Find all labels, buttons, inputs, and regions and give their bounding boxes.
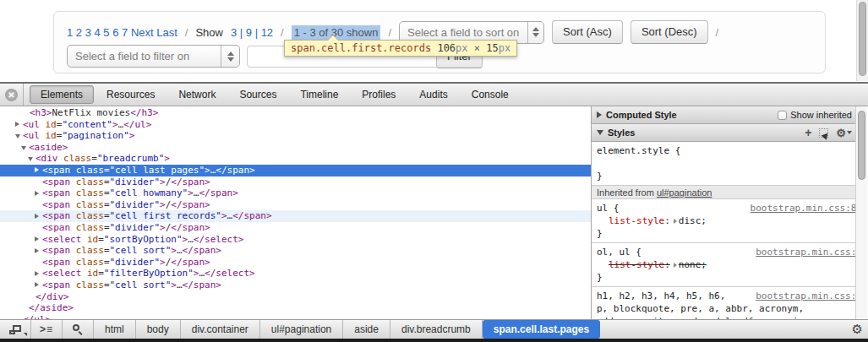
tree-node[interactable]: <ul id="pagination">	[0, 130, 591, 142]
collapsed-arrow-icon[interactable]	[35, 271, 39, 276]
tab-resources[interactable]: Resources	[96, 85, 166, 104]
tooltip-height: 15	[486, 42, 498, 54]
breadcrumb-aside[interactable]: aside	[343, 320, 390, 339]
add-rule-icon[interactable]: +	[805, 127, 811, 138]
tab-elements[interactable]: Elements	[30, 85, 94, 104]
style-property[interactable]: list-style:disc;	[597, 214, 862, 227]
styles-gear-icon[interactable]: ⚙	[836, 127, 852, 139]
toolbar-separator	[23, 84, 24, 106]
tree-node[interactable]: <span class="cell last pages">…</span>	[0, 165, 591, 176]
close-devtools-icon[interactable]: ✕	[5, 89, 18, 101]
tree-node[interactable]: <select id="filterByOption">…</select>	[0, 268, 591, 280]
collapsed-arrow-icon[interactable]	[35, 214, 39, 219]
rule-selector: p, blockquote, pre, a, abbr, acronym,	[597, 303, 804, 314]
collapsed-arrow-icon[interactable]	[35, 236, 39, 242]
breadcrumb-span-cell-last-pages[interactable]: span.cell.last.pages	[483, 320, 600, 339]
tree-node[interactable]: <h3>NetFlix movies</h3>	[0, 107, 591, 119]
computed-style-header[interactable]: Computed Style Show inherited	[592, 106, 867, 124]
page-number-links[interactable]: 1 2 3 4 5 6 7 Next Last	[67, 26, 177, 39]
stylesheet-link[interactable]: bootstrap.min.css:89	[751, 202, 862, 214]
show-console-icon: >≡	[40, 323, 53, 335]
tree-node[interactable]: <span class="cell first records">…</span…	[0, 210, 591, 222]
expand-shorthand-icon[interactable]	[674, 219, 677, 224]
expand-shorthand-icon[interactable]	[674, 263, 677, 268]
tree-node[interactable]: <span class="divider">/</span>	[0, 257, 591, 269]
collapsed-triangle-icon	[597, 111, 602, 118]
select-stepper-icon	[221, 46, 239, 67]
collapsed-arrow-icon[interactable]	[35, 191, 39, 196]
tab-network[interactable]: Network	[167, 85, 227, 104]
stylesheet-link[interactable]: bootstrap.min.css:4	[756, 246, 862, 258]
sort-desc-button[interactable]: Sort (Desc)	[631, 20, 708, 44]
tree-node[interactable]: <span class="divider">/</span>	[0, 222, 591, 234]
tree-node-text: <span class="divider">/</span>	[42, 257, 210, 268]
tree-node[interactable]: <select id="sortByOption">…</select>	[0, 234, 591, 246]
style-rule[interactable]: bootstrap.min.css:2h1, h2, h3, h4, h5, h…	[592, 287, 867, 319]
devtools-toolbar: ✕ ElementsResourcesNetworkSourcesTimelin…	[0, 82, 868, 106]
style-rule[interactable]: bootstrap.min.css:89ul {list-style:disc;…	[592, 199, 867, 243]
tree-node[interactable]: <ul id="content">…</ul>	[0, 119, 591, 131]
search-button[interactable]	[63, 320, 94, 339]
tree-node-text: <select id="sortByOption">…</select>	[42, 234, 243, 245]
tree-node[interactable]: <span class="divider">/</span>	[0, 199, 591, 211]
sort-asc-button[interactable]: Sort (Asc)	[552, 20, 623, 44]
collapsed-arrow-icon[interactable]	[35, 282, 39, 287]
elements-tree: <h3>NetFlix movies</h3><ul id="content">…	[0, 106, 592, 319]
rule-selector: ol, ul {	[597, 247, 641, 258]
collapsed-arrow-icon[interactable]	[15, 122, 19, 127]
tree-node[interactable]: <span class="cell sort">…</span>	[0, 245, 591, 257]
element-style-open: element.style {	[597, 144, 862, 157]
stylesheet-link[interactable]: bootstrap.min.css:2	[756, 290, 862, 302]
tab-sources[interactable]: Sources	[228, 85, 287, 104]
tooltip-times: ×	[474, 42, 480, 54]
tab-timeline[interactable]: Timeline	[289, 85, 349, 104]
toggle-element-state-icon[interactable]	[819, 128, 828, 138]
devtools-tabs: ElementsResourcesNetworkSourcesTimelineP…	[29, 84, 521, 106]
filter-field-select[interactable]: Select a field to filter on	[67, 45, 240, 68]
tree-node[interactable]: </div>	[0, 291, 591, 303]
expanded-arrow-icon[interactable]	[28, 157, 33, 161]
show-label: Show	[195, 26, 223, 39]
inspected-page: 1 2 3 4 5 6 7 Next Last / Show 3 | 9 | 1…	[0, 0, 868, 82]
tree-node-text: <span class="cell first records">…</span…	[42, 210, 272, 221]
breadcrumb-div-container[interactable]: div.container	[181, 320, 260, 339]
tree-node[interactable]: <span class="cell howmany">…</span>	[0, 187, 591, 199]
expanded-arrow-icon[interactable]	[21, 146, 26, 150]
tree-node[interactable]: <span class="divider">/</span>	[0, 176, 591, 188]
styles-header[interactable]: Styles + ⚙	[592, 124, 867, 142]
breadcrumb-div-breadcrumb[interactable]: div.breadcrumb	[390, 320, 483, 339]
page-scrollbar[interactable]	[856, 0, 868, 81]
expanded-arrow-icon[interactable]	[15, 134, 20, 138]
tree-node[interactable]: <aside>	[0, 142, 591, 154]
tab-audits[interactable]: Audits	[408, 85, 458, 104]
tree-node[interactable]: <span class="cell sort">…</span>	[0, 280, 591, 291]
tooltip-selector: span.cell.first.records	[291, 42, 431, 54]
show-inherited-checkbox[interactable]	[778, 111, 787, 120]
show-count-links[interactable]: 3 | 9 | 12	[231, 26, 273, 39]
tab-profiles[interactable]: Profiles	[351, 85, 407, 104]
style-property[interactable]: list-style:none;	[597, 258, 862, 271]
tree-node-text: <div class="breadcrumb">	[35, 153, 170, 164]
inherited-target-link[interactable]: ul#pagination	[657, 187, 712, 198]
computed-style-title: Computed Style	[606, 110, 677, 120]
tree-node-text: <span class="divider">/</span>	[42, 176, 210, 187]
divider-slash: /	[716, 26, 719, 39]
style-rule[interactable]: bootstrap.min.css:4ol, ul {list-style:no…	[592, 243, 867, 287]
page-scrollbar-thumb[interactable]	[859, 2, 866, 76]
styles-scrollbar-thumb[interactable]	[858, 111, 865, 180]
breadcrumb-body[interactable]: body	[136, 320, 181, 339]
tree-node[interactable]: </aside>	[0, 302, 591, 314]
tree-node-text: <aside>	[29, 142, 68, 153]
settings-gear-icon[interactable]: ⚙	[852, 322, 863, 337]
tree-node[interactable]: <div class="breadcrumb">	[0, 153, 591, 165]
tab-console[interactable]: Console	[461, 85, 520, 104]
rule-selector: h1, h2, h3, h4, h5, h6,	[597, 290, 725, 301]
breadcrumb-ul-pagination[interactable]: ul#pagination	[260, 320, 343, 339]
dock-side-button[interactable]	[0, 320, 31, 339]
breadcrumb-html[interactable]: html	[94, 320, 136, 339]
collapsed-arrow-icon[interactable]	[35, 167, 39, 172]
collapsed-arrow-icon[interactable]	[35, 248, 39, 253]
styles-scrollbar[interactable]	[855, 106, 867, 319]
element-style-rule[interactable]: element.style { }	[592, 142, 867, 186]
show-console-button[interactable]: >≡	[31, 320, 63, 339]
